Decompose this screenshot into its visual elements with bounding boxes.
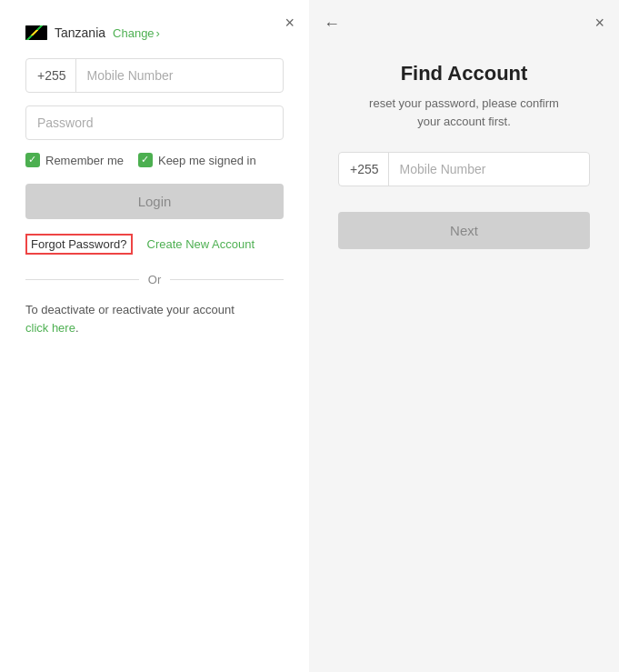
remember-me-label: Remember me [45, 154, 124, 167]
click-here-link[interactable]: click here [25, 321, 75, 335]
phone-input-group: +255 [25, 58, 284, 93]
deactivate-section: To deactivate or reactivate your account… [25, 301, 284, 336]
phone-prefix: +255 [26, 59, 76, 92]
forgot-password-link[interactable]: Forgot Password? [25, 234, 133, 255]
right-phone-prefix: +255 [339, 153, 389, 186]
find-account-title: Find Account [338, 62, 590, 85]
create-account-link[interactable]: Create New Account [147, 237, 255, 251]
divider-row: Or [25, 273, 284, 286]
right-panel: ← × Find Account reset your password, pl… [309, 0, 619, 672]
login-button[interactable]: Login [25, 184, 284, 219]
left-close-button[interactable]: × [285, 15, 295, 31]
click-here-suffix: . [75, 321, 79, 335]
password-input[interactable] [25, 105, 284, 140]
remember-me-checkbox[interactable] [25, 153, 40, 167]
or-label: Or [148, 273, 161, 286]
keep-signed-checkbox[interactable] [138, 153, 153, 167]
right-phone-input[interactable] [389, 153, 589, 186]
remember-me-item: Remember me [25, 153, 124, 167]
next-button[interactable]: Next [338, 212, 590, 249]
keep-signed-item: Keep me signed in [138, 153, 256, 167]
country-row: Tanzania Change › [25, 25, 284, 40]
right-phone-input-group: +255 [338, 152, 590, 186]
divider-left [25, 279, 139, 280]
deactivate-text: To deactivate or reactivate your account [25, 303, 235, 316]
change-country-link[interactable]: Change › [113, 26, 160, 40]
phone-input[interactable] [76, 59, 283, 92]
left-panel: Tanzania Change › × +255 Remember me Kee… [0, 0, 309, 672]
country-name: Tanzania [55, 25, 105, 40]
find-account-subtitle: reset your password, please confirmyour … [338, 95, 590, 130]
keep-signed-label: Keep me signed in [158, 154, 256, 167]
links-row: Forgot Password? Create New Account [25, 234, 284, 255]
tanzania-flag [25, 25, 47, 40]
back-button[interactable]: ← [324, 15, 340, 34]
checkboxes-row: Remember me Keep me signed in [25, 153, 284, 167]
divider-right [170, 279, 284, 280]
right-close-button[interactable]: × [594, 15, 604, 31]
